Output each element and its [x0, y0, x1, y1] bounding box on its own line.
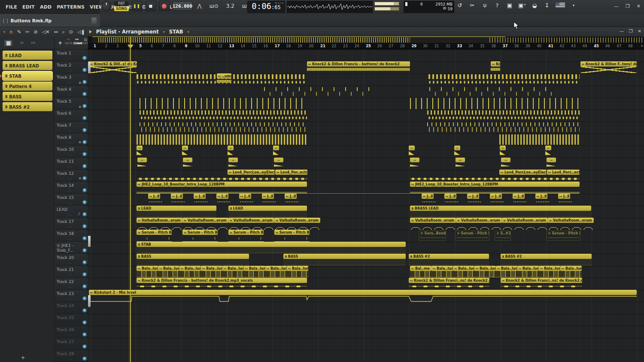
audio-clip[interactable]: ↦..ums: [217, 73, 231, 85]
trash-icon[interactable]: [91, 18, 97, 24]
track-led[interactable]: [83, 140, 86, 144]
clip-name-bar[interactable]: ↦Bala..lume: [287, 266, 308, 271]
clip-name-bar[interactable]: ↦Knock2 & Dillon Franci..ns! de Knock2.m…: [501, 278, 582, 283]
track-options[interactable]: ...: [67, 80, 72, 84]
clip-name-bar[interactable]: ↦..ums: [217, 73, 231, 79]
playlist-close-button[interactable]: ✕: [638, 29, 641, 33]
track-header-track-20[interactable]: Track 20...: [55, 254, 88, 266]
clip-texture-ddrums[interactable]: [137, 134, 307, 145]
mini-clip[interactable]: ↦J..8: [513, 194, 526, 206]
clip-name-bar[interactable]: ↦Kn: [491, 61, 500, 67]
track-options[interactable]: ...: [67, 176, 72, 180]
automation-clip[interactable]: ∞Serum - Pitch Bend: [182, 230, 218, 242]
track-options[interactable]: ...: [67, 213, 72, 216]
pattern-item-brass-lead[interactable]: ∃BRASS LEAD: [3, 61, 52, 70]
mini-clip-head[interactable]: ↦: [456, 158, 465, 162]
clip-name-bar[interactable]: ↦Lev4_Per..ectronic: [275, 170, 307, 175]
mini-clip-head[interactable]: ↦J..8: [148, 194, 160, 199]
clip-name-bar[interactable]: ↦Bal..me: [410, 266, 431, 271]
track-led[interactable]: [83, 225, 86, 228]
mini-clip[interactable]: ↦J..8: [216, 194, 230, 206]
track-led[interactable]: [83, 345, 86, 348]
track-header-track-10[interactable]: Track 10...: [55, 146, 88, 158]
clip-name-bar[interactable]: ∃BRASS LEAD: [410, 206, 591, 211]
mini-clip[interactable]: ↦: [182, 146, 189, 158]
track-header-track-25[interactable]: Track 25...: [55, 314, 88, 326]
automation-mode-icon[interactable]: ⚯: [31, 40, 35, 46]
track-options[interactable]: ...: [67, 68, 72, 72]
clip-name-bar[interactable]: ↦Bala..lume: [560, 266, 582, 271]
track-header-track-5[interactable]: Track 5...▲: [55, 97, 88, 110]
mini-clip[interactable]: ↦J..8: [239, 194, 253, 206]
pattern-dropdown-icon[interactable]: ▾: [188, 30, 189, 34]
track-header-track-4[interactable]: Track 4...: [55, 85, 88, 97]
track-led[interactable]: [83, 213, 86, 216]
clip-texture-flags[interactable]: [427, 122, 580, 133]
mini-clip-head[interactable]: ↦J..8: [171, 194, 183, 199]
automation-clip[interactable]: ∞Serum - Pitch Bend: [274, 230, 310, 242]
automation-clip[interactable]: ↦Bala..lume: [244, 266, 265, 278]
stop-button[interactable]: ■: [145, 1, 156, 11]
track-led[interactable]: [83, 176, 86, 180]
restore-button[interactable]: ❐: [626, 3, 630, 9]
picker-tab-chan[interactable]: ⚯CHAN: [73, 37, 80, 45]
menu-patterns[interactable]: PATTERNS: [55, 3, 87, 11]
mini-clip[interactable]: ↦J..8: [194, 194, 207, 206]
mini-clip-head[interactable]: ↦J..8: [239, 194, 251, 199]
automation-clip[interactable]: ∞ValhallaRoom..erum - mix: [274, 218, 320, 230]
clip-name-bar[interactable]: ∞Serum - Pitch Bend: [182, 230, 218, 235]
track-options[interactable]: ...: [67, 104, 72, 108]
track-header-track-12[interactable]: Track 12...▼: [55, 170, 88, 182]
mini-clip-head[interactable]: ↦J..8: [216, 194, 228, 199]
clip-name-bar[interactable]: ∃BASS #2: [501, 254, 592, 259]
audio-clip[interactable]: ↦Knock2 & Dillon Franci..ns! de Knock2.m…: [501, 278, 582, 290]
clip-name-bar[interactable]: ↦Bala..lume: [474, 266, 496, 271]
automation-clip[interactable]: ↦Bala..lume: [287, 266, 308, 278]
chat-icon[interactable]: ◒: [531, 2, 538, 9]
track-options[interactable]: ...: [67, 321, 72, 325]
clip-name-bar[interactable]: ↦Knock2 & Dillon Francis - buttons! de K…: [137, 278, 307, 283]
mini-clip-head[interactable]: ↦J..8: [194, 194, 206, 199]
clip-texture-sparse[interactable]: [429, 87, 554, 97]
clip-texture-sparse[interactable]: [264, 87, 369, 97]
clip-name-bar[interactable]: ↦Bala..lume: [517, 266, 539, 271]
track-options[interactable]: ...: [67, 152, 72, 156]
track-header-track-23[interactable]: Track 23...: [55, 290, 88, 302]
audio-clip[interactable]: ↦Lev4_Perc..ectronic: [547, 170, 580, 182]
picker-tab-note[interactable]: ♒NOTE: [65, 37, 72, 45]
arrangement-dropdown-icon[interactable]: ▾: [163, 30, 165, 34]
select-tool-icon[interactable]: ⌕: [62, 29, 65, 35]
track-header-track-15[interactable]: Track 15...: [55, 194, 88, 206]
track-led[interactable]: [83, 189, 86, 192]
clip-name-bar[interactable]: ∃BASS: [137, 254, 249, 259]
track-led[interactable]: [83, 261, 86, 264]
audio-clip[interactable]: ↦Lev4_PercLoo..eyElectronic: [499, 170, 547, 182]
automation-clip[interactable]: ∞Serum - Pitch Bend: [228, 230, 264, 242]
undo-icon[interactable]: ↺: [456, 2, 464, 9]
track-led[interactable]: [83, 201, 86, 204]
track-header-track-22[interactable]: Track 22...: [55, 278, 88, 290]
delete-tool-icon[interactable]: ⊘: [34, 29, 38, 35]
track-scroll-handle[interactable]: [88, 61, 91, 73]
mute-tool-icon[interactable]: ◁✕: [42, 29, 50, 35]
track-options[interactable]: ...: [67, 116, 72, 120]
pattern-clip[interactable]: ∃BASS #2: [501, 254, 592, 266]
clip-name-bar[interactable]: ↦Bala..lume: [244, 266, 265, 271]
metronome-icon[interactable]: ⋀: [195, 3, 204, 9]
playlist-track-area[interactable]: ↦Knock2 & Dill..s! de Knock2↦Knock2 & Di…: [88, 49, 644, 362]
track-led[interactable]: [83, 68, 86, 72]
mini-clip[interactable]: ↦: [137, 158, 148, 170]
track-led[interactable]: [83, 321, 86, 324]
automation-clip[interactable]: ∞ValhallaRoom..erum - mix: [228, 218, 274, 230]
clip-name-bar[interactable]: ↦Bala..lume: [265, 266, 287, 271]
menu-add[interactable]: ADD: [38, 3, 54, 11]
track-led[interactable]: [83, 333, 86, 336]
mini-clip[interactable]: ↦J..8: [262, 194, 276, 206]
minimap[interactable]: [88, 37, 644, 43]
track-header-track-28[interactable]: Track 28...: [55, 350, 88, 362]
clip-name-bar[interactable]: ↦Lev4_PercLoo..eyElectronic: [499, 170, 547, 175]
clip-texture-ddrums[interactable]: [499, 134, 580, 145]
slip-tool-icon[interactable]: ↔: [54, 29, 58, 35]
clip-name-bar[interactable]: ↦Bala..lume: [539, 266, 560, 271]
playlist-minimize-button[interactable]: —: [620, 29, 624, 33]
